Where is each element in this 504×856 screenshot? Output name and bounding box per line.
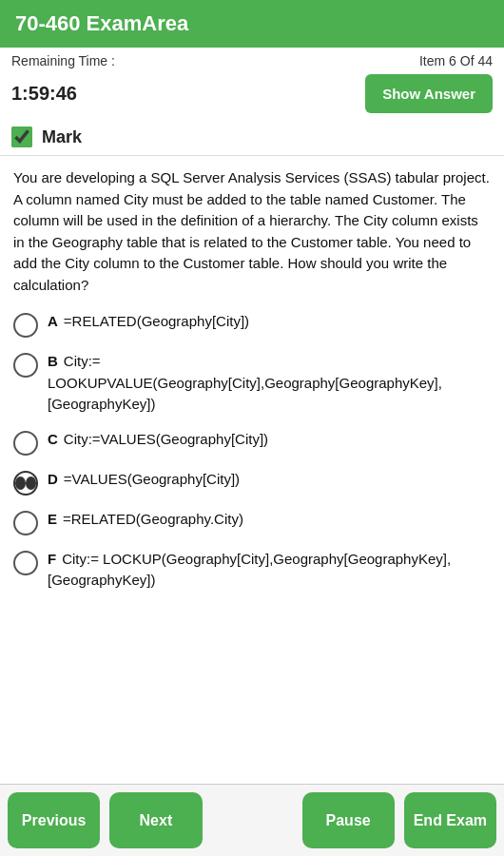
bottom-nav: Previous Next Pause End Exam bbox=[0, 784, 504, 856]
option-row-d[interactable]: D=VALUES(Geography[City]) bbox=[13, 469, 491, 496]
option-row-f[interactable]: FCity:= LOCKUP(Geography[City],Geography… bbox=[13, 549, 491, 592]
question-text: You are developing a SQL Server Analysis… bbox=[13, 167, 491, 296]
option-row-c[interactable]: CCity:=VALUES(Geography[City]) bbox=[13, 429, 491, 456]
option-label-e: E=RELATED(Geography.City) bbox=[48, 509, 243, 531]
item-counter: Item 6 Of 44 bbox=[419, 53, 493, 68]
option-label-b: BCity:= LOOKUPVALUE(Geography[City],Geog… bbox=[48, 351, 491, 416]
option-radio-e bbox=[13, 511, 38, 535]
options-container: A=RELATED(Geography[City])BCity:= LOOKUP… bbox=[13, 311, 491, 592]
option-label-a: A=RELATED(Geography[City]) bbox=[48, 311, 249, 333]
option-radio-a bbox=[13, 313, 38, 338]
option-row-b[interactable]: BCity:= LOOKUPVALUE(Geography[City],Geog… bbox=[13, 351, 491, 416]
option-radio-b bbox=[13, 353, 38, 378]
pause-button[interactable]: Pause bbox=[302, 792, 395, 848]
timer-value: 1:59:46 bbox=[11, 83, 77, 105]
option-radio-d bbox=[13, 471, 38, 496]
option-radio-f bbox=[13, 551, 38, 575]
mark-checkbox[interactable] bbox=[11, 126, 32, 147]
option-label-f: FCity:= LOCKUP(Geography[City],Geography… bbox=[48, 549, 491, 592]
question-area: You are developing a SQL Server Analysis… bbox=[0, 156, 504, 784]
previous-button[interactable]: Previous bbox=[8, 792, 100, 848]
app-title: 70-460 ExamArea bbox=[15, 11, 188, 36]
mark-label[interactable]: Mark bbox=[42, 127, 82, 147]
option-radio-c bbox=[13, 431, 38, 456]
option-label-d: D=VALUES(Geography[City]) bbox=[48, 469, 240, 491]
end-exam-button[interactable]: End Exam bbox=[404, 792, 496, 848]
option-row-e[interactable]: E=RELATED(Geography.City) bbox=[13, 509, 491, 535]
timer-row: Remaining Time : Item 6 Of 44 bbox=[0, 48, 504, 70]
timer-answer-row: 1:59:46 Show Answer bbox=[0, 70, 504, 121]
header: 70-460 ExamArea bbox=[0, 0, 504, 48]
remaining-label: Remaining Time : bbox=[11, 53, 115, 68]
option-row-a[interactable]: A=RELATED(Geography[City]) bbox=[13, 311, 491, 338]
option-label-c: CCity:=VALUES(Geography[City]) bbox=[48, 429, 268, 451]
mark-row: Mark bbox=[0, 121, 504, 156]
next-button[interactable]: Next bbox=[109, 792, 202, 848]
show-answer-button[interactable]: Show Answer bbox=[365, 74, 493, 113]
